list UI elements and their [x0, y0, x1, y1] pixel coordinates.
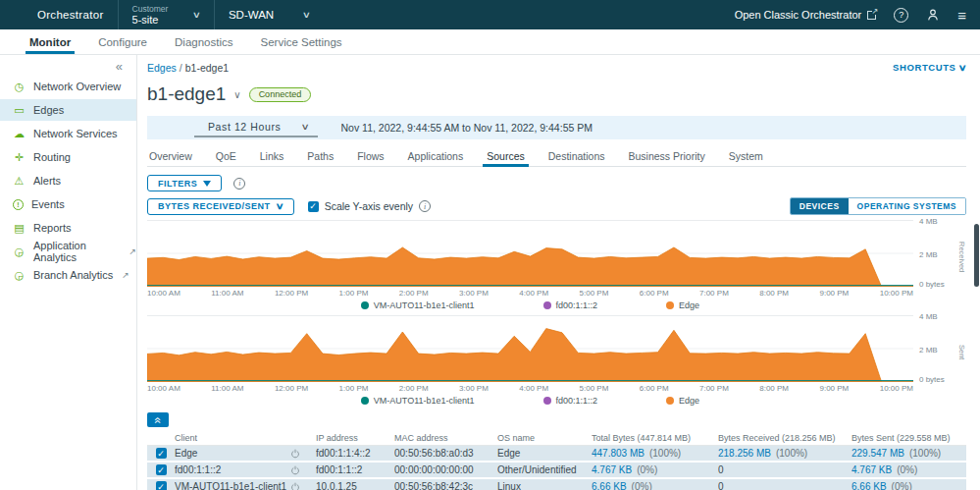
sidebar-item-label: Edges [33, 104, 64, 116]
network-services-icon: ☁ [13, 128, 26, 140]
y-tick: 0 bytes [919, 280, 945, 289]
tab-destinations[interactable]: Destinations [537, 146, 617, 166]
devices-toggle-button[interactable]: DEVICES [791, 198, 849, 214]
tab-overview[interactable]: Overview [147, 146, 204, 166]
bytes-sent-value[interactable]: 4.767 KB [851, 464, 892, 475]
sidebar: « ◷Network Overview▭Edges☁Network Servic… [0, 55, 137, 490]
legend-label: VM-AUTO11-b1e1-client1 [374, 300, 475, 310]
open-classic-orchestrator-link[interactable]: Open Classic Orchestrator ↗ [735, 9, 877, 21]
menu-icon[interactable]: ≡ [957, 7, 966, 24]
help-icon[interactable]: ? [894, 8, 908, 23]
chevron-down-icon[interactable]: ∨ [233, 89, 240, 100]
scale-yaxis-checkbox[interactable]: ✓ [308, 201, 319, 212]
y-tick: 4 MB [919, 217, 938, 226]
nav-tab-monitor[interactable]: Monitor [16, 29, 84, 54]
tab-qoe[interactable]: QoE [204, 146, 248, 166]
x-tick: 7:00 PM [699, 289, 729, 298]
tab-links[interactable]: Links [248, 146, 296, 166]
alerts-icon: ⚠ [13, 175, 26, 188]
x-tick: 3:00 PM [459, 289, 489, 298]
sidebar-item-branch-analytics[interactable]: ◶Branch Analytics↗ [0, 264, 136, 286]
tab-applications[interactable]: Applications [396, 146, 476, 166]
filters-label: FILTERS [158, 179, 197, 189]
bytes-sent: 6.66 KB(0%) [851, 481, 966, 490]
nav-tab-service-settings[interactable]: Service Settings [246, 29, 355, 54]
breadcrumb-separator: / [177, 62, 185, 74]
sidebar-item-events[interactable]: !Events [0, 193, 136, 215]
network-overview-icon: ◷ [13, 81, 26, 93]
sidebar-item-network-overview[interactable]: ◷Network Overview [0, 76, 136, 97]
column-header: Total Bytes (447.814 MB) [592, 433, 718, 443]
application-analytics-icon: ◶ [13, 245, 26, 258]
view-toggle: DEVICES OPERATING SYSTEMS [790, 197, 966, 215]
customer-label: Customer [132, 4, 169, 14]
ip-address: fd00:1:1::2 [316, 464, 394, 475]
metric-dropdown[interactable]: BYTES RECEIVED/SENT ∨ [147, 198, 294, 215]
bytes-received: 0 [718, 481, 851, 490]
sidebar-item-label: Routing [33, 151, 71, 163]
row-checkbox[interactable]: ✓ [156, 481, 167, 490]
row-checkbox[interactable]: ✓ [156, 464, 167, 475]
tab-business-priority[interactable]: Business Priority [617, 146, 717, 166]
filter-icon [203, 181, 211, 187]
nav-tab-diagnostics[interactable]: Diagnostics [161, 29, 246, 54]
sidebar-item-label: Application Analytics [33, 240, 120, 263]
table-collapse-button[interactable]: « [147, 412, 169, 427]
legend-item-vm-auto11-b1e1-client1[interactable]: VM-AUTO11-b1e1-client1 [361, 396, 475, 406]
breadcrumb-edges-link[interactable]: Edges [147, 62, 177, 74]
time-range-select[interactable]: Past 12 Hours ∨ [194, 119, 318, 137]
bytes-sent: 229.547 MB(100%) [851, 448, 966, 459]
sidebar-item-alerts[interactable]: ⚠Alerts [0, 170, 136, 191]
scale-yaxis-label: Scale Y-axis evenly [325, 200, 413, 212]
sent-chart-plot[interactable] [147, 315, 913, 382]
nav-tab-configure[interactable]: Configure [84, 29, 161, 54]
total-bytes: 6.66 KB(0%) [592, 481, 718, 490]
tab-flows[interactable]: Flows [345, 146, 395, 166]
sidebar-item-label: Alerts [33, 175, 61, 187]
tab-sources[interactable]: Sources [475, 146, 537, 166]
user-icon[interactable] [926, 8, 940, 22]
shortcuts-button[interactable]: SHORTCUTS ∨ [893, 62, 966, 73]
chevron-down-icon: ∨ [302, 10, 311, 20]
open-classic-label: Open Classic Orchestrator [735, 9, 862, 21]
bytes-received-value[interactable]: 218.256 MB [718, 448, 771, 459]
customer-selector[interactable]: Customer 5-site ∨ [132, 4, 200, 26]
legend-label: Edge [679, 396, 699, 406]
ip-address: fd00:1:1:4::2 [316, 448, 394, 459]
tab-system[interactable]: System [717, 146, 775, 166]
legend-item-fd00-1-1-2[interactable]: fd00:1:1::2 [543, 300, 598, 310]
legend-dot-icon [543, 397, 551, 405]
sidebar-item-routing[interactable]: ✛Routing [0, 146, 136, 168]
legend-item-edge[interactable]: Edge [666, 396, 699, 406]
service-selector[interactable]: SD-WAN ∨ [229, 9, 310, 21]
legend-item-fd00-1-1-2[interactable]: fd00:1:1::2 [543, 396, 598, 406]
total-bytes-value[interactable]: 6.66 KB [592, 481, 627, 490]
legend-dot-icon [666, 397, 674, 405]
legend-item-vm-auto11-b1e1-client1[interactable]: VM-AUTO11-b1e1-client1 [361, 300, 475, 310]
y-tick: 2 MB [919, 346, 938, 354]
sidebar-item-label: Events [31, 198, 65, 210]
sidebar-item-network-services[interactable]: ☁Network Services [0, 123, 136, 144]
sidebar-item-application-analytics[interactable]: ◶Application Analytics↗ [0, 241, 136, 262]
total-bytes-value[interactable]: 447.803 MB [592, 448, 645, 459]
bytes-sent-value[interactable]: 229.547 MB [851, 448, 904, 459]
bytes-sent-value[interactable]: 6.66 KB [851, 481, 887, 490]
sidebar-item-edges[interactable]: ▭Edges [0, 99, 136, 121]
tab-paths[interactable]: Paths [295, 146, 345, 166]
sidebar-item-reports[interactable]: ▤Reports [0, 217, 136, 239]
total-bytes-value[interactable]: 4.767 KB [592, 464, 632, 475]
sidebar-collapse-icon[interactable]: « [0, 55, 136, 76]
total-bytes-percent: (0%) [637, 464, 657, 475]
filters-button[interactable]: FILTERS [147, 175, 222, 191]
received-chart-plot[interactable] [147, 220, 913, 287]
legend-item-edge[interactable]: Edge [666, 300, 699, 310]
info-icon[interactable]: i [419, 200, 431, 212]
row-checkbox[interactable]: ✓ [156, 448, 167, 459]
info-icon[interactable]: i [233, 178, 245, 190]
x-tick: 6:00 PM [640, 289, 669, 298]
x-tick: 7:00 PM [699, 384, 729, 393]
x-tick: 1:00 PM [339, 384, 369, 393]
vertical-scrollbar[interactable] [974, 224, 979, 287]
operating-systems-toggle-button[interactable]: OPERATING SYSTEMS [849, 198, 965, 214]
x-tick: 8:00 PM [759, 384, 789, 393]
